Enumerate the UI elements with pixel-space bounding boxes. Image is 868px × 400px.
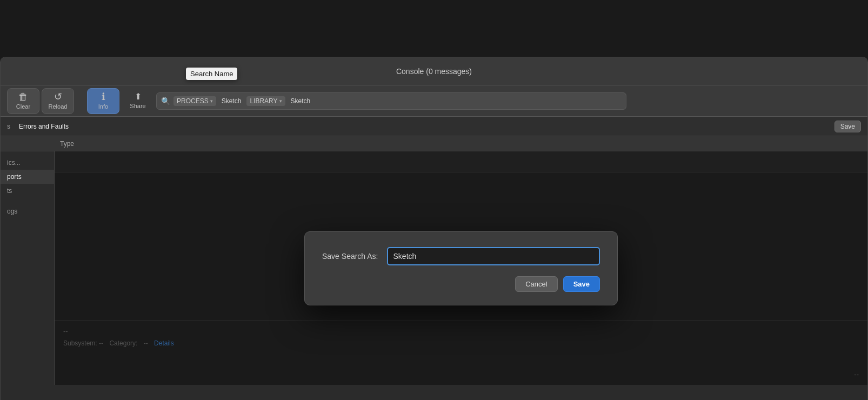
modal-label: Save Search As: xyxy=(322,252,378,261)
window-title: Console (0 messages) xyxy=(396,67,472,76)
filter-item-s[interactable]: s xyxy=(7,123,10,130)
process-filter-value: Sketch xyxy=(219,96,244,106)
save-search-modal: Save Search As: Cancel Save xyxy=(304,231,618,305)
library-chevron-icon: ▾ xyxy=(279,98,282,104)
library-filter-pill[interactable]: LIBRARY ▾ xyxy=(246,96,285,106)
clear-button[interactable]: 🗑 Clear xyxy=(7,88,39,114)
reload-icon: ↺ xyxy=(54,92,62,102)
toolbar: 🗑 Clear ↺ Reload ℹ Info ⬆ Share 🔍 PROCES… xyxy=(1,85,867,117)
sidebar-item-ics[interactable]: ics... xyxy=(1,156,54,170)
share-button[interactable]: ⬆ Share xyxy=(122,88,154,114)
modal-input-row: Save Search As: xyxy=(322,247,600,265)
save-search-input[interactable] xyxy=(387,247,600,265)
clear-label: Clear xyxy=(16,103,30,110)
content-area: ics... ports ts ogs -- Subsystem: -- Cat… xyxy=(1,151,867,385)
sidebar-item-ogs[interactable]: ogs xyxy=(1,204,54,218)
process-chevron-icon: ▾ xyxy=(210,98,213,104)
modal-overlay: Save Search As: Cancel Save xyxy=(55,151,867,385)
library-filter-label: LIBRARY xyxy=(250,97,277,105)
info-label: Info xyxy=(98,103,108,110)
info-icon: ℹ xyxy=(102,92,105,102)
table-header: Type xyxy=(1,136,867,151)
cancel-button[interactable]: Cancel xyxy=(515,276,557,292)
search-icon: 🔍 xyxy=(161,97,170,105)
filter-bar: s Errors and Faults Save xyxy=(1,117,867,136)
sidebar-item-ports[interactable]: ports xyxy=(1,170,54,184)
search-name-tooltip: Search Name xyxy=(186,68,237,80)
sidebar: ics... ports ts ogs xyxy=(1,151,55,385)
save-search-button[interactable]: Save xyxy=(834,121,861,132)
process-filter-pill[interactable]: PROCESS ▾ xyxy=(173,96,216,106)
clear-icon: 🗑 xyxy=(18,92,28,102)
reload-button[interactable]: ↺ Reload xyxy=(42,88,74,114)
library-filter-value: Sketch xyxy=(289,96,313,106)
main-panel: -- Subsystem: -- Category: -- Details --… xyxy=(55,151,867,385)
process-filter-label: PROCESS xyxy=(177,97,209,105)
share-label: Share xyxy=(130,103,145,109)
modal-buttons: Cancel Save xyxy=(322,276,600,292)
console-window: Console (0 messages) 🗑 Clear ↺ Reload ℹ … xyxy=(0,57,868,400)
title-bar: Console (0 messages) xyxy=(1,57,867,85)
sidebar-item-ts[interactable]: ts xyxy=(1,184,54,198)
filter-item-errors[interactable]: Errors and Faults xyxy=(19,123,69,130)
info-button[interactable]: ℹ Info xyxy=(87,88,119,114)
modal-save-button[interactable]: Save xyxy=(563,276,600,292)
reload-label: Reload xyxy=(49,103,68,110)
search-bar[interactable]: 🔍 PROCESS ▾ Sketch LIBRARY ▾ Sketch xyxy=(156,92,626,110)
type-column-header: Type xyxy=(60,140,114,148)
share-icon: ⬆ xyxy=(135,92,142,101)
sidebar-item-empty xyxy=(1,198,54,204)
